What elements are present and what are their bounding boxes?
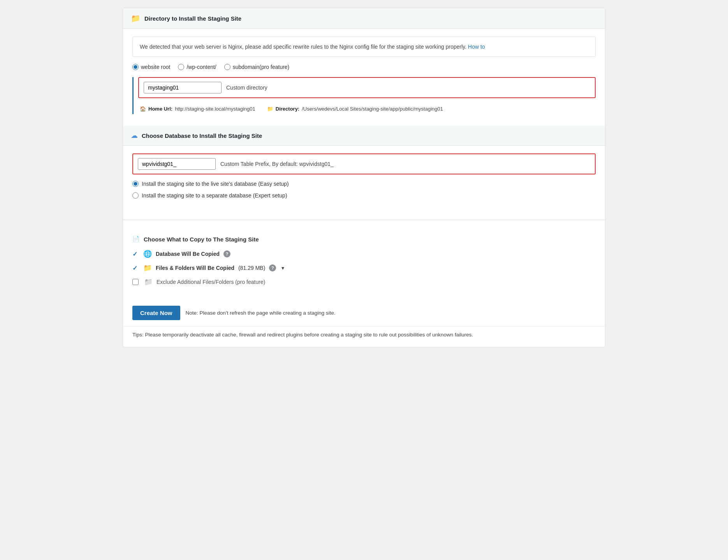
directory-section-title: Directory to Install the Staging Site (144, 15, 241, 22)
radio-website-root[interactable]: website root (132, 64, 170, 70)
radio-live-db[interactable]: Install the staging site to the live sit… (132, 181, 596, 187)
directory-path-label: Directory: (276, 106, 299, 112)
directory-section-header: 📁 Directory to Install the Staging Site (123, 8, 605, 29)
radio-live-db-label: Install the staging site to the live sit… (142, 181, 289, 187)
radio-website-root-input[interactable] (132, 64, 139, 70)
files-size: (81.29 MB) (238, 265, 265, 271)
radio-live-db-input[interactable] (132, 181, 139, 187)
radio-subdomain[interactable]: subdomain(pro feature) (224, 64, 290, 70)
db-checkmark: ✓ (132, 250, 139, 258)
create-note: Note: Please don't refresh the page whil… (186, 310, 336, 316)
cloud-icon: ☁ (131, 131, 138, 140)
copy-section-title: 📄 Choose What to Copy to The Staging Sit… (132, 236, 596, 243)
db-copy-label: Database Will Be Copied (156, 251, 220, 257)
copy-item-files: ✓ 📁 Files & Folders Will Be Copied (81.2… (132, 264, 596, 272)
exclude-label: Exclude Additional Files/Folders (pro fe… (157, 279, 265, 285)
section-divider (123, 220, 605, 220)
radio-wp-content-input[interactable] (178, 64, 184, 70)
directory-path-item: 📁 Directory: /Users/wedevs/Local Sites/s… (267, 106, 443, 112)
create-row: Create Now Note: Please don't refresh th… (123, 299, 605, 326)
copy-item-database: ✓ 🌐 Database Will Be Copied ? (132, 250, 596, 258)
radio-separate-db-label: Install the staging site to a separate d… (142, 192, 287, 199)
db-prefix-label: Custom Table Prefix, By default: wpvivid… (220, 161, 334, 167)
db-copy-icon: 🌐 (143, 250, 152, 258)
radio-wp-content-label: /wp-content/ (186, 64, 216, 70)
files-help-icon[interactable]: ? (269, 264, 276, 271)
db-section-header: ☁ Choose Database to Install the Staging… (123, 126, 605, 146)
files-copy-icon: 📁 (143, 264, 152, 272)
directory-path-value: /Users/wedevs/Local Sites/staging-site/a… (302, 106, 443, 112)
files-checkmark: ✓ (132, 264, 139, 272)
home-url-label: Home Url: (148, 106, 172, 112)
exclude-icon: 📁 (144, 278, 153, 286)
radio-website-root-label: website root (141, 64, 170, 70)
db-section-title: Choose Database to Install the Staging S… (142, 132, 262, 139)
copy-item-exclude: 📁 Exclude Additional Files/Folders (pro … (132, 278, 596, 286)
radio-subdomain-input[interactable] (224, 64, 230, 70)
copy-section-title-text: Choose What to Copy to The Staging Site (144, 236, 259, 243)
create-now-button[interactable]: Create Now (132, 306, 180, 320)
copy-section-icon: 📄 (132, 236, 140, 243)
db-section-body: Custom Table Prefix, By default: wpvivid… (123, 146, 605, 212)
files-copy-label: Files & Folders Will Be Copied (156, 265, 234, 271)
nginx-notice-text: We detected that your web server is Ngin… (140, 44, 466, 50)
db-prefix-input[interactable] (138, 158, 216, 170)
radio-subdomain-label: subdomain(pro feature) (233, 64, 290, 70)
folder-icon: 📁 (131, 14, 141, 23)
how-to-link[interactable]: How to (468, 44, 485, 50)
db-prefix-row: Custom Table Prefix, By default: wpvivid… (132, 153, 596, 174)
custom-dir-wrapper: Custom directory 🏠 Home Url: http://stag… (132, 77, 596, 114)
radio-separate-db[interactable]: Install the staging site to a separate d… (132, 192, 596, 199)
home-url-item: 🏠 Home Url: http://staging-site.local/my… (140, 106, 255, 112)
db-help-icon[interactable]: ? (223, 250, 230, 257)
home-icon: 🏠 (140, 106, 146, 112)
files-expand-chevron[interactable]: ▾ (281, 265, 284, 271)
tips-text: Tips: Please temporarily deactivate all … (123, 326, 605, 347)
copy-section: 📄 Choose What to Copy to The Staging Sit… (123, 228, 605, 299)
radio-wp-content[interactable]: /wp-content/ (178, 64, 216, 70)
custom-directory-row: Custom directory (138, 77, 596, 98)
custom-directory-input[interactable] (144, 82, 222, 93)
home-url-value: http://staging-site.local/mystaging01 (175, 106, 255, 112)
custom-directory-label: Custom directory (226, 85, 267, 91)
directory-path-icon: 📁 (267, 106, 273, 112)
radio-separate-db-input[interactable] (132, 192, 139, 199)
exclude-checkbox[interactable] (132, 279, 139, 285)
directory-section-body: We detected that your web server is Ngin… (123, 29, 605, 126)
directory-type-radio-group: website root /wp-content/ subdomain(pro … (132, 64, 596, 70)
nginx-notice: We detected that your web server is Ngin… (132, 37, 596, 57)
directory-info-row: 🏠 Home Url: http://staging-site.local/my… (138, 104, 596, 114)
